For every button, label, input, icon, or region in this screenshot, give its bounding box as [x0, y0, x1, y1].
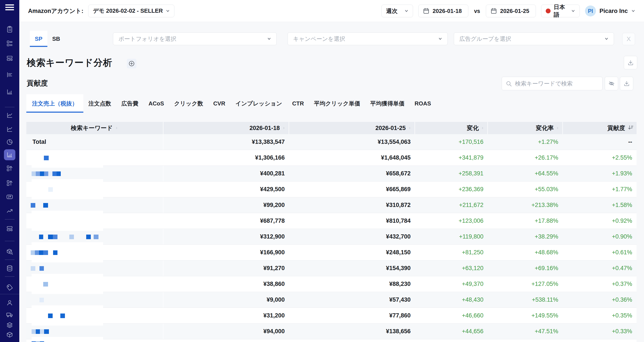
redacted-keyword-pixel [31, 266, 35, 271]
metric-tab-8[interactable]: CTR [287, 94, 309, 113]
japan-flag-icon [546, 8, 550, 13]
user-name: Picaro Inc [600, 8, 628, 14]
sidebar-item-org-arrow-up[interactable] [0, 163, 19, 174]
ad-group-placeholder: 広告グループを選択 [459, 35, 604, 43]
package-search-icon [6, 248, 14, 255]
table-row[interactable] [26, 339, 636, 342]
account-select[interactable]: デモ 2026-02-02 - SELLER [88, 4, 174, 17]
table-row[interactable]: ¥38,860¥88,230+49,370+127.05%+0.37% [26, 276, 636, 292]
metric-tab-6[interactable]: CVR [208, 94, 230, 113]
rate-cell: +38.29% [488, 229, 562, 244]
redaction-patch [32, 305, 103, 310]
metric-tab-11[interactable]: ROAS [410, 94, 436, 113]
sidebar-item-package[interactable] [0, 329, 19, 341]
total-row[interactable]: Total¥13,383,547¥13,554,063+170,516+1.27… [26, 134, 636, 150]
add-analysis-button[interactable] [127, 59, 136, 68]
database-icon [6, 265, 14, 272]
redacted-keyword-pixel [36, 329, 40, 334]
sidebar-item-bar-chart[interactable] [0, 86, 19, 98]
period-select[interactable]: 週次 [382, 4, 413, 17]
sidebar-item-line-chart[interactable] [0, 110, 19, 121]
section-title: 貢献度 [27, 78, 48, 88]
redaction-patch [32, 274, 103, 278]
column-header-3[interactable]: 2026-01-25 [289, 122, 414, 134]
sidebar-item-package-search[interactable] [0, 246, 19, 257]
sidebar-item-database[interactable] [0, 263, 19, 274]
ad-group-select[interactable]: 広告グループを選択 [454, 32, 614, 45]
search-input[interactable] [514, 77, 600, 90]
date-from-picker[interactable]: 2026-01-18 [418, 4, 468, 17]
sidebar-item-user[interactable] [0, 297, 19, 309]
ad-type-tabs: SP SB [30, 31, 65, 47]
d1-cell: ¥91,270 [164, 261, 289, 276]
rate-cell: +149.55% [488, 308, 562, 323]
app-window: Amazonアカウント: デモ 2026-02-02 - SELLER 週次 2… [0, 0, 644, 342]
rate-cell: +64.55% [488, 166, 562, 181]
redacted-keyword-pixel [39, 250, 43, 255]
redacted-keyword-pixel [40, 298, 44, 302]
sidebar-divider [5, 107, 14, 107]
sidebar-item-org-arrow-up-2[interactable] [0, 177, 19, 189]
change-cell: +258,391 [415, 166, 488, 181]
sidebar-item-clipboard[interactable] [0, 24, 19, 35]
chevron-down-icon [166, 9, 170, 13]
portfolio-select[interactable]: ポートフォリオを選択 [113, 32, 276, 45]
table-row[interactable]: ¥429,500¥665,869+236,369+55.03%+1.77% [26, 182, 636, 197]
table-row[interactable]: ¥9,000¥57,430+48,430+538.11%+0.36% [26, 292, 636, 308]
sidebar-item-pie-chart[interactable] [0, 136, 19, 148]
metric-tab-5[interactable]: クリック数 [169, 94, 208, 113]
table-row[interactable]: ¥166,900¥248,150+81,250+48.68%+0.61% [26, 245, 636, 261]
language-select[interactable]: 日本語 [541, 4, 580, 17]
metric-tab-9[interactable]: 平均クリック単価 [309, 94, 365, 113]
table-row[interactable]: ¥91,270¥154,390+63,120+69.16%+0.47% [26, 261, 636, 276]
sort-descending-icon [628, 124, 634, 132]
sidebar-item-align-left[interactable] [0, 69, 19, 80]
table-row[interactable]: ¥312,900¥432,700+119,800+38.29%+0.90% [26, 229, 636, 245]
campaign-select[interactable]: キャンペーンを選択 [288, 32, 448, 45]
table-row[interactable]: ¥400,281¥658,672+258,391+64.55%+1.93% [26, 166, 636, 182]
table-row[interactable]: ¥687,778¥810,784+123,006+17.88%+0.92% [26, 213, 636, 229]
date-to-picker[interactable]: 2026-01-25 [486, 4, 536, 17]
user-menu[interactable]: PI Picaro Inc [585, 5, 635, 16]
sidebar-item-tag[interactable] [0, 282, 19, 293]
download-page-button[interactable] [624, 56, 637, 69]
tab-sp[interactable]: SP [30, 31, 48, 47]
redaction-patch [32, 258, 103, 262]
redacted-keyword-pixel [40, 329, 44, 334]
sidebar-item-trending-up[interactable] [0, 205, 19, 217]
metric-tabs: 注文売上（税抜）注文点数広告費ACoSクリック数CVRインプレッションCTR平均… [26, 94, 436, 113]
sidebar-item-grid-list[interactable] [0, 38, 19, 49]
metric-tab-10[interactable]: 平均獲得単価 [365, 94, 410, 113]
column-header-5[interactable]: 変化率 [488, 122, 562, 134]
metric-tab-7[interactable]: インプレッション [230, 94, 287, 113]
sidebar-item-layout-cards-2[interactable] [0, 223, 19, 234]
hide-values-button[interactable] [605, 77, 618, 90]
menu-icon[interactable] [5, 3, 14, 10]
sidebar-item-card-meter[interactable] [0, 191, 19, 203]
package-icon [6, 331, 14, 339]
table-row[interactable]: ¥99,200¥310,872+211,672+213.38%+1.58% [26, 197, 636, 213]
redaction-patch [32, 211, 103, 215]
column-header-1[interactable]: 検索キーワード [26, 122, 163, 134]
account-value: デモ 2026-02-02 - SELLER [93, 7, 163, 15]
keyword-cell [26, 213, 164, 229]
tab-sb[interactable]: SB [48, 31, 65, 47]
metric-tab-2[interactable]: 注文点数 [83, 94, 116, 113]
download-table-button[interactable] [620, 77, 633, 90]
column-header-2[interactable]: 2026-01-18 [164, 122, 289, 134]
metric-tab-3[interactable]: 広告費 [116, 94, 144, 113]
table-row[interactable]: ¥94,000¥138,656+44,656+47.51%+0.33% [26, 324, 636, 339]
sidebar-item-bar-chart-active[interactable] [0, 149, 19, 160]
metric-tab-4[interactable]: ACoS [144, 94, 169, 113]
clear-filters-button[interactable]: X [622, 33, 635, 45]
table-row[interactable]: ¥1,306,166¥1,648,045+341,879+26.17%+2.55… [26, 150, 636, 166]
metric-tab-1[interactable]: 注文売上（税抜） [26, 94, 83, 113]
table-row[interactable]: ¥31,200¥77,860+46,660+149.55%+0.35% [26, 308, 636, 324]
sidebar-item-line-chart-2[interactable] [0, 124, 19, 135]
column-header-6[interactable]: 貢献度 [563, 122, 636, 134]
rate-cell: +47.51% [488, 324, 562, 339]
rate-cell: +127.05% [488, 276, 562, 292]
column-header-4[interactable]: 変化 [415, 122, 488, 134]
sidebar-item-layout-cards[interactable] [0, 53, 19, 64]
sidebar-item-truck[interactable] [0, 309, 19, 320]
